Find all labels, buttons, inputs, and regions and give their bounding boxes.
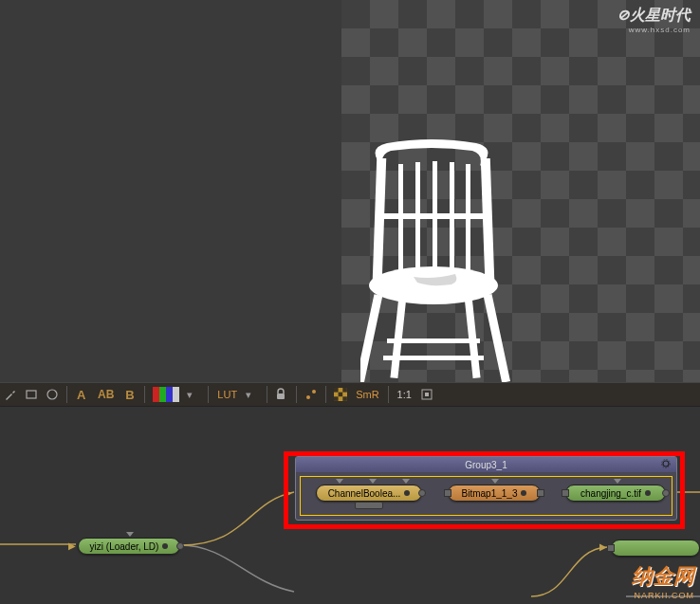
svg-rect-17 xyxy=(277,394,285,399)
node-label: yizi (Loader, LD) xyxy=(90,541,159,552)
lock-icon[interactable] xyxy=(273,385,290,404)
toolbar-separator xyxy=(144,386,145,403)
node-label: ChannelBoolea... xyxy=(328,488,401,499)
watermark-top-url: www.hxsd.com xyxy=(617,26,691,34)
svg-rect-15 xyxy=(27,391,36,398)
watermark-top: ⊘火星时代 www.hxsd.com xyxy=(617,6,691,34)
node-channelboolean[interactable]: ChannelBoolea... xyxy=(316,485,422,502)
rect-tool-icon[interactable] xyxy=(23,385,40,404)
buffer-a-button[interactable]: A xyxy=(73,385,90,404)
zoom-ratio-button[interactable]: 1:1 xyxy=(395,385,414,404)
node-label: changjing_c.tif xyxy=(580,488,641,499)
checker-icon[interactable] xyxy=(332,385,349,404)
viewer-toolbar: A AB B ▾ LUT ▾ SmR 1:1 xyxy=(0,382,700,407)
wire-arrow-icon: ▶ xyxy=(68,540,76,551)
alpha-checker-bg xyxy=(341,0,700,382)
svg-point-16 xyxy=(47,390,57,399)
eyedropper-icon[interactable] xyxy=(2,385,19,404)
node-changjing[interactable]: changjing_c.tif xyxy=(565,485,666,502)
svg-rect-21 xyxy=(334,388,339,393)
svg-rect-23 xyxy=(339,393,343,397)
smr-button[interactable]: SmR xyxy=(353,385,381,404)
node-partial-right[interactable] xyxy=(611,540,700,557)
svg-point-19 xyxy=(312,390,316,394)
node-bitmap[interactable]: Bitmap1_1_3 xyxy=(448,485,541,502)
node-yizi[interactable]: yizi (Loader, LD) xyxy=(78,538,180,555)
gain-icon[interactable] xyxy=(303,385,320,404)
color-channels-swatch[interactable] xyxy=(151,385,181,404)
watermark-top-title: 火星时代 xyxy=(630,7,691,23)
toolbar-separator xyxy=(208,386,209,403)
svg-rect-27 xyxy=(425,393,429,396)
buffer-b-button[interactable]: B xyxy=(121,385,138,404)
viewer-panel: ⊘火星时代 www.hxsd.com xyxy=(0,0,700,382)
node-subport[interactable] xyxy=(355,502,383,509)
buffer-ab-button[interactable]: AB xyxy=(94,385,118,404)
dropdown-arrow-icon[interactable]: ▾ xyxy=(244,385,261,404)
node-label: Bitmap1_1_3 xyxy=(462,488,518,499)
watermark-bottom-title: 纳金网 xyxy=(632,562,694,591)
toolbar-separator xyxy=(296,386,297,403)
toolbar-separator xyxy=(267,386,267,403)
watermark-bottom-url: NARKII.COM xyxy=(632,591,694,600)
toolbar-separator xyxy=(66,386,67,403)
group-title: Group3_1 xyxy=(465,460,507,470)
toolbar-separator xyxy=(325,386,326,403)
lut-button[interactable]: LUT xyxy=(214,385,240,404)
svg-point-18 xyxy=(306,395,310,399)
group-settings-icon[interactable] xyxy=(661,459,671,470)
svg-point-28 xyxy=(663,461,669,467)
dropdown-arrow-icon[interactable]: ▾ xyxy=(185,385,202,404)
wire-arrow-icon: ▶ xyxy=(599,541,607,552)
toolbar-separator xyxy=(388,386,389,403)
watermark-bottom: 纳金网 NARKII.COM xyxy=(632,562,694,600)
flow-panel[interactable]: ▶ ▶ ▶ Group3_1 ChannelBoolea... Bitmap1_… xyxy=(0,407,700,604)
svg-rect-24 xyxy=(334,396,339,401)
svg-rect-22 xyxy=(342,388,347,393)
group-header[interactable]: Group3_1 xyxy=(296,457,676,472)
svg-rect-25 xyxy=(342,396,347,401)
circle-tool-icon[interactable] xyxy=(44,385,61,404)
fit-icon[interactable] xyxy=(418,385,435,404)
